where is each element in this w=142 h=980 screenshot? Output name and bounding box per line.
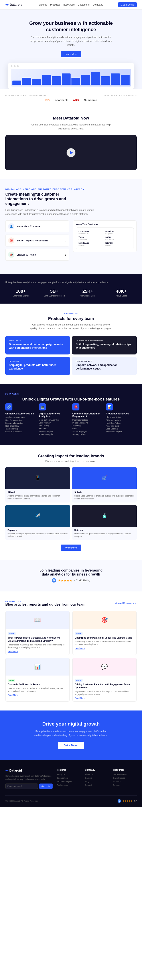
svg-point-4 — [5, 770, 6, 771]
brands-cta-button[interactable]: View More — [61, 544, 81, 551]
nav-link-products[interactable]: Products — [50, 3, 60, 6]
chart-bar — [42, 75, 51, 85]
blog-read-more-review[interactable]: Read More — [8, 694, 67, 696]
hero-cta-button[interactable]: Learn More — [61, 51, 81, 57]
logos-row: ING odoobank ABB Sumitomo — [5, 99, 137, 102]
blog-tag: RESOURCES — [5, 600, 86, 603]
products-description: Our tailored to better understand your c… — [29, 323, 113, 331]
stat-label-clients: Enterprise Clients — [5, 295, 36, 297]
chart-bar — [121, 75, 129, 85]
chart-bar — [22, 78, 31, 85]
feature-item: Custom Audiences — [5, 431, 36, 433]
g2-logo: G — [52, 578, 56, 582]
nav-link-customers[interactable]: Customers — [77, 3, 89, 6]
blog-card-retention[interactable]: 💬 Guide Driving Customer Retention with … — [72, 658, 137, 702]
cta-description: Enterprise-level analytics and customer … — [31, 730, 111, 737]
nav-link-resources[interactable]: Resources — [63, 3, 75, 6]
nav-link-company[interactable]: Company — [93, 3, 103, 6]
nav-logo[interactable]: Dataroid — [5, 3, 23, 6]
product-card-digital[interactable]: PRODUCT Ship digital products with bette… — [5, 357, 70, 375]
features-grid: 🔗 Unified Customer Profile Single Custom… — [5, 403, 137, 436]
footer-link-careers[interactable]: Careers — [85, 777, 108, 779]
footer-subscribe-button[interactable]: Subscribe — [39, 784, 53, 789]
field-customer-id: CUS-10291 Customer ID — [79, 230, 104, 235]
blog-card-funnel[interactable]: 🎯 Guide Optimizing Your Marketing Funnel… — [72, 611, 137, 655]
chart-bar — [62, 73, 71, 85]
blog-card-img-retention: 💬 — [73, 658, 136, 676]
blog-view-all-link[interactable]: View All Resources → — [115, 602, 137, 605]
stat-label-users: Active Users — [106, 295, 137, 297]
product-title-digital: Ship digital products with better user e… — [9, 364, 66, 371]
nav-link-features[interactable]: Features — [37, 3, 47, 6]
feature-icon-unified: 🔗 — [5, 403, 13, 410]
meet-description: Comprehensive overview of how Dataroid's… — [31, 123, 111, 130]
brand-card-desc-splash: Splash uses Dataroid to create an outsta… — [74, 495, 134, 500]
feature-target[interactable]: 🎯 Better Target & Personalize › — [5, 235, 69, 247]
chart-bar — [52, 76, 61, 85]
footer-link-docs[interactable]: Documentation — [113, 773, 137, 776]
brand-card-unilever[interactable]: 🧴 Unilever Unilever boosts growth and cu… — [72, 505, 137, 540]
video-thumbnail[interactable] — [5, 135, 137, 170]
footer-description: Comprehensive overview of how Dataroid's… — [5, 775, 53, 781]
customer-card-fields: CUS-10291 Customer ID Premium Segment To… — [76, 228, 134, 249]
feature-title-target: Better Target & Personalize — [17, 239, 48, 242]
blog-title-retention: Driving Customer Retention with Engageme… — [75, 683, 134, 689]
blog-read-more-personalized[interactable]: Read More — [8, 650, 67, 652]
footer-link-performance[interactable]: Performance — [57, 784, 81, 786]
blog-title-personalized: What is Personalized Marketing, and How … — [8, 636, 67, 643]
blog-read-more-retention[interactable]: Read More — [75, 697, 134, 699]
product-card-analytics[interactable]: ANALYTICS Drive revenue and better campa… — [5, 336, 70, 355]
footer-bottom: © 2023 Dataroid. All Rights Reserved. G … — [5, 795, 137, 803]
footer-link-blog[interactable]: Blog — [85, 780, 108, 783]
footer-email-input[interactable] — [5, 784, 38, 789]
brands-subtext: Discover how we work together to create … — [5, 460, 137, 463]
blog-card-body-retention: Guide Driving Customer Retention with En… — [73, 676, 136, 702]
blog-badge-review: News — [8, 679, 15, 682]
product-tag-performance: PERFORMANCE — [76, 360, 133, 362]
blog-read-more-funnel[interactable]: Read More — [75, 647, 134, 649]
product-card-performance[interactable]: PERFORMANCE Pinpoint network and applica… — [72, 357, 137, 375]
feature-icon-predictive: 📊 — [106, 403, 113, 410]
feature-know-customer[interactable]: 👤 Know Your Customer › — [5, 220, 69, 232]
feature-engage[interactable]: 📣 Engage & Retain › — [5, 249, 69, 261]
stat-clients: 100+ Enterprise Clients — [5, 289, 36, 297]
blog-card-personalized[interactable]: 📖 Guide What is Personalized Marketing, … — [5, 611, 70, 655]
brand-card-img-unilever: 🧴 — [72, 505, 137, 527]
footer-link-security[interactable]: Security — [113, 784, 137, 786]
analytics-section: DIGITAL ANALYTICS AND CUSTOMER ENGAGEMEN… — [0, 179, 142, 274]
stat-number-campaigns: 25K+ — [72, 289, 103, 294]
footer-link-product[interactable]: Product Analytics — [57, 780, 81, 783]
cta-button[interactable]: Get a Demo — [58, 742, 84, 749]
stat-users: 40K+ Active Users — [106, 289, 137, 297]
blog-card-body-personalized: Guide What is Personalized Marketing, an… — [6, 629, 69, 655]
footer-link-cases[interactable]: Case Studies — [113, 777, 137, 779]
chart-bar — [32, 79, 41, 85]
blog-desc-funnel: A marketing funnel is a path a customer … — [75, 640, 134, 646]
dot-3 — [17, 65, 19, 67]
brand-card-splash[interactable]: 🛒 Splash Splash uses Dataroid to create … — [72, 467, 137, 502]
brand-card-img-splash: 🛒 — [72, 467, 137, 489]
blog-headline: Blog articles, reports and guides from o… — [5, 603, 86, 606]
feature-item: Heatmaps — [39, 428, 70, 430]
product-tag-analytics: ANALYTICS — [9, 339, 66, 341]
footer-link-partners[interactable]: Partners — [113, 780, 137, 783]
nav-cta-button[interactable]: Get a Demo — [118, 2, 137, 7]
stat-number-users: 40K+ — [106, 289, 137, 294]
product-card-customer[interactable]: CUSTOMER ENGAGEMENT Build long-lasting, … — [72, 336, 137, 355]
footer-link-contact[interactable]: Contact — [85, 784, 108, 786]
dashboard-header — [11, 65, 131, 67]
footer-link-engagement[interactable]: Engagement — [57, 777, 81, 779]
features-tag: PLATFORM — [5, 393, 137, 395]
play-button[interactable] — [66, 148, 76, 157]
footer-link-about[interactable]: About Us — [85, 773, 108, 776]
brand-card-body-unilever: Unilever Unilever boosts growth and cust… — [72, 527, 137, 540]
brand-card-akbank[interactable]: 📱 Akbank Akbank enhances digital channel… — [5, 467, 70, 502]
products-headline: Products for every team — [5, 317, 137, 321]
footer-link-analytics[interactable]: Analytics — [57, 773, 81, 776]
footer-rating: G ★★★★★ 4.7 — [118, 799, 137, 803]
feature-icon-target: 🎯 — [8, 237, 15, 243]
field-segment: Premium Segment — [105, 230, 131, 235]
brand-card-pegasus[interactable]: ✈️ Pegasus Pegasus manages digital trave… — [5, 505, 70, 540]
blog-desc-personalized: Personalized marketing, also known as on… — [8, 643, 67, 649]
blog-card-review[interactable]: 📊 News Dataroid's 2022 Year in Review Da… — [5, 658, 70, 702]
